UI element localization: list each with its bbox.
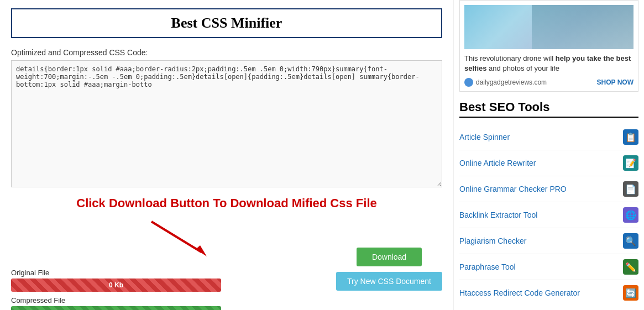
- arrow-icon: [118, 219, 229, 260]
- ad-text: This revolutionary drone will help you t…: [464, 54, 633, 73]
- ad-image: [464, 5, 633, 49]
- try-new-button[interactable]: Try New CSS Document: [336, 272, 442, 291]
- title-box: Best CSS Minifier: [11, 8, 442, 38]
- left-bottom-section: Original File 0 Kb Compressed File 0 Kb: [11, 214, 336, 310]
- seo-tool-name: Paraphrase Tool: [459, 262, 516, 271]
- ad-box: This revolutionary drone will help you t…: [459, 0, 638, 92]
- seo-tool-name: Plagiarism Checker: [459, 237, 526, 245]
- globe-icon: [464, 78, 473, 87]
- seo-tool-item[interactable]: Plagiarism Checker🔍: [459, 228, 638, 254]
- seo-tool-item[interactable]: Htaccess Redirect Code Generator🔄: [459, 280, 638, 306]
- ad-footer: dailygadgetreviews.com SHOP NOW: [464, 78, 633, 87]
- seo-tool-icon: 🌐: [623, 207, 638, 223]
- seo-tool-icon: ✏️: [623, 259, 638, 275]
- page-title: Best CSS Minifier: [23, 15, 430, 31]
- download-message: Click Download Button To Download Mified…: [11, 196, 442, 212]
- compressed-file-row: Compressed File 0 Kb: [11, 296, 336, 310]
- buttons-area: Download Try New CSS Document: [336, 214, 442, 291]
- arrow-area: [11, 219, 336, 263]
- seo-tool-icon: 🔍: [623, 233, 638, 249]
- seo-tool-icon: 📄: [623, 181, 638, 197]
- seo-tool-item[interactable]: Online Article Rewriter📝: [459, 150, 638, 176]
- sidebar: This revolutionary drone will help you t…: [453, 0, 644, 310]
- seo-tool-icon: 📋: [623, 129, 638, 145]
- seo-tools-list: Article Spinner📋Online Article Rewriter📝…: [459, 124, 638, 306]
- original-file-label: Original File: [11, 269, 336, 277]
- compressed-file-label: Compressed File: [11, 296, 336, 304]
- ad-desc-part1: This revolutionary drone will: [464, 54, 556, 62]
- compressed-file-bar: 0 Kb: [11, 306, 221, 310]
- seo-tool-icon: 📝: [623, 155, 638, 171]
- seo-tool-item[interactable]: Backlink Extractor Tool🌐: [459, 202, 638, 228]
- seo-tool-name: Backlink Extractor Tool: [459, 211, 537, 219]
- ad-desc-part2: and photos of your life: [486, 64, 559, 72]
- seo-tool-name: Online Article Rewriter: [459, 159, 536, 167]
- svg-line-0: [151, 222, 201, 252]
- original-file-bar: 0 Kb: [11, 279, 221, 292]
- css-output-textarea[interactable]: details{border:1px solid #aaa;border-rad…: [11, 60, 442, 187]
- output-label: Optimized and Compressed CSS Code:: [11, 48, 442, 57]
- seo-tool-name: Article Spinner: [459, 133, 510, 141]
- shop-now-button[interactable]: SHOP NOW: [597, 78, 633, 86]
- original-file-row: Original File 0 Kb: [11, 269, 336, 292]
- seo-tool-item[interactable]: Article Spinner📋: [459, 124, 638, 150]
- ad-domain: dailygadgetreviews.com: [464, 78, 547, 87]
- original-file-value: 0 Kb: [109, 281, 123, 289]
- file-stats: Original File 0 Kb Compressed File 0 Kb: [11, 269, 336, 310]
- seo-tool-item[interactable]: Paraphrase Tool✏️: [459, 254, 638, 280]
- seo-tool-icon: 🔄: [623, 285, 638, 301]
- seo-tool-name: Htaccess Redirect Code Generator: [459, 288, 580, 297]
- ad-domain-text: dailygadgetreviews.com: [476, 78, 547, 86]
- download-button[interactable]: Download: [357, 248, 422, 266]
- seo-tools-title: Best SEO Tools: [459, 100, 638, 118]
- seo-tool-name: Online Grammar Checker PRO: [459, 185, 567, 193]
- main-content: Best CSS Minifier Optimized and Compress…: [0, 0, 453, 310]
- seo-tool-item[interactable]: Online Grammar Checker PRO📄: [459, 176, 638, 202]
